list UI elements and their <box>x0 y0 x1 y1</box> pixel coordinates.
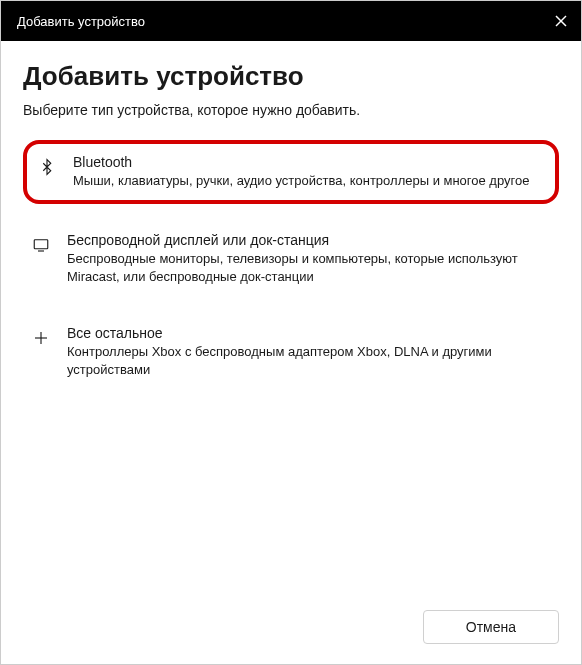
titlebar-title: Добавить устройство <box>17 14 145 29</box>
cancel-button[interactable]: Отмена <box>423 610 559 644</box>
close-icon <box>555 15 567 27</box>
option-title: Bluetooth <box>73 154 529 170</box>
option-text: Bluetooth Мыши, клавиатуры, ручки, аудио… <box>73 154 529 190</box>
dialog-content: Добавить устройство Выберите тип устройс… <box>1 41 581 664</box>
titlebar: Добавить устройство <box>1 1 581 41</box>
add-device-dialog: Добавить устройство Добавить устройство … <box>0 0 582 665</box>
bluetooth-icon <box>37 157 57 177</box>
close-button[interactable] <box>541 1 581 41</box>
option-text: Беспроводной дисплей или док-станция Бес… <box>67 232 551 286</box>
display-icon <box>31 235 51 255</box>
option-wireless-display[interactable]: Беспроводной дисплей или док-станция Бес… <box>23 222 559 296</box>
option-desc: Контроллеры Xbox с беспроводным адаптеро… <box>67 343 551 379</box>
device-type-options: Bluetooth Мыши, клавиатуры, ручки, аудио… <box>23 140 559 389</box>
option-bluetooth[interactable]: Bluetooth Мыши, клавиатуры, ручки, аудио… <box>23 140 559 204</box>
option-desc: Беспроводные мониторы, телевизоры и комп… <box>67 250 551 286</box>
svg-rect-2 <box>34 240 48 249</box>
option-desc: Мыши, клавиатуры, ручки, аудио устройств… <box>73 172 529 190</box>
option-everything-else[interactable]: Все остальное Контроллеры Xbox с беспров… <box>23 315 559 389</box>
page-subtitle: Выберите тип устройства, которое нужно д… <box>23 102 559 118</box>
plus-icon <box>31 328 51 348</box>
dialog-footer: Отмена <box>23 590 559 644</box>
page-title: Добавить устройство <box>23 61 559 92</box>
option-title: Беспроводной дисплей или док-станция <box>67 232 551 248</box>
option-title: Все остальное <box>67 325 551 341</box>
option-text: Все остальное Контроллеры Xbox с беспров… <box>67 325 551 379</box>
